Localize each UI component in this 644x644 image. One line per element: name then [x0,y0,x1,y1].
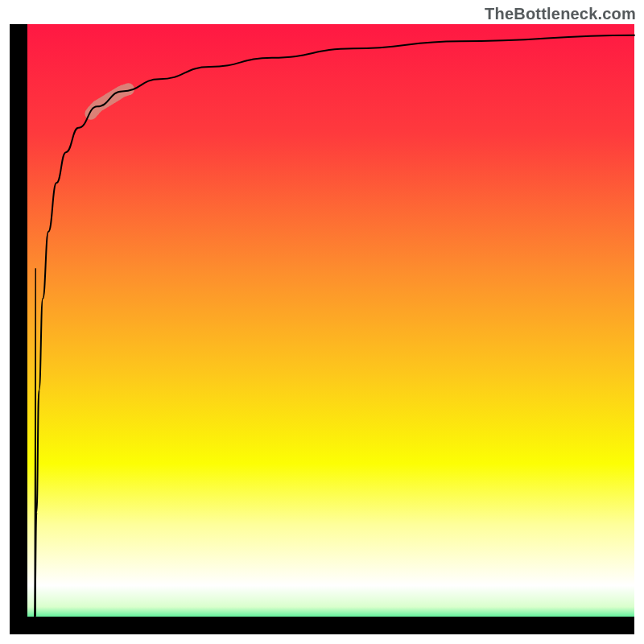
chart-container: TheBottleneck.com [0,0,644,644]
bottleneck-curve-chart [0,0,644,644]
site-watermark: TheBottleneck.com [485,5,636,23]
